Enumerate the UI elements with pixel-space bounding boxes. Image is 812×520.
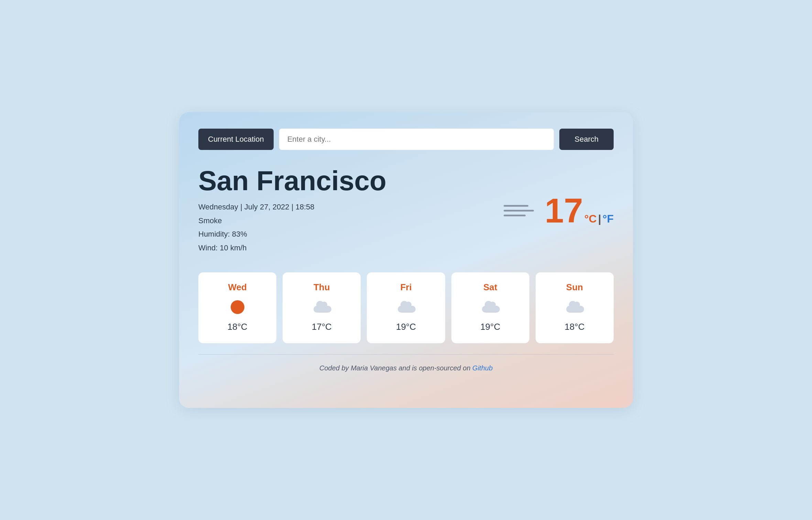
cloud-icon [482,302,498,313]
github-link[interactable]: Github [472,364,493,372]
cloud-icon [566,302,583,313]
city-info: San Francisco Wednesday | July 27, 2022 … [198,166,386,254]
forecast-temp-wed: 18°C [228,322,248,332]
city-section: San Francisco Wednesday | July 27, 2022 … [198,166,614,254]
forecast-icon-fri [398,299,414,315]
forecast-temp-fri: 19°C [396,322,416,332]
forecast-card-wed: Wed 18°C [198,272,276,343]
forecast-day-sun: Sun [566,282,583,293]
condition: Smoke [198,214,386,228]
forecast-temp-sun: 18°C [564,322,584,332]
wind-line-1 [504,205,528,207]
forecast-day-thu: Thu [314,282,330,293]
city-name: San Francisco [198,166,386,195]
forecast-icon-thu [314,299,330,315]
cloud-icon [314,302,330,313]
wind-line-2 [504,210,534,212]
city-search-input[interactable] [279,129,554,150]
humidity: Humidity: 83% [198,227,386,241]
forecast-day-fri: Fri [400,282,412,293]
city-meta: Wednesday | July 27, 2022 | 18:58 Smoke … [198,200,386,254]
forecast-card-sun: Sun 18°C [536,272,614,343]
forecast-card-sat: Sat 19°C [451,272,529,343]
forecast-temp-sat: 19°C [480,322,500,332]
forecast-icon-sat [482,299,498,315]
footer: Coded by Maria Vanegas and is open-sourc… [198,355,614,383]
temperature-display: 17 °C | °F [545,193,614,228]
fahrenheit-unit[interactable]: °F [603,213,614,225]
wind-line-3 [504,215,526,216]
wind: Wind: 10 km/h [198,241,386,255]
unit-separator: | [598,213,601,225]
forecast-temp-thu: 17°C [312,322,332,332]
forecast-card-thu: Thu 17°C [283,272,361,343]
celsius-unit[interactable]: °C [584,213,597,225]
header-row: Current Location Search [198,129,614,150]
current-location-button[interactable]: Current Location [198,129,274,150]
app-card: Current Location Search San Francisco We… [179,112,633,408]
temperature-value: 17 [545,193,583,228]
forecast-icon-sun [566,299,583,315]
forecast-card-fri: Fri 19°C [367,272,445,343]
forecast-day-wed: Wed [228,282,246,293]
search-button[interactable]: Search [559,129,614,150]
forecast-icon-wed [229,299,246,315]
footer-text: Coded by Maria Vanegas and is open-sourc… [319,364,472,372]
temperature-units: °C | °F [584,213,614,225]
wind-smoke-icon [504,205,534,216]
forecast-day-sat: Sat [483,282,497,293]
cloud-icon [398,302,414,313]
datetime: Wednesday | July 27, 2022 | 18:58 [198,200,386,214]
forecast-row: Wed 18°C Thu 17°C Fri [198,272,614,343]
weather-display: 17 °C | °F [504,193,614,228]
sun-icon [231,300,244,314]
